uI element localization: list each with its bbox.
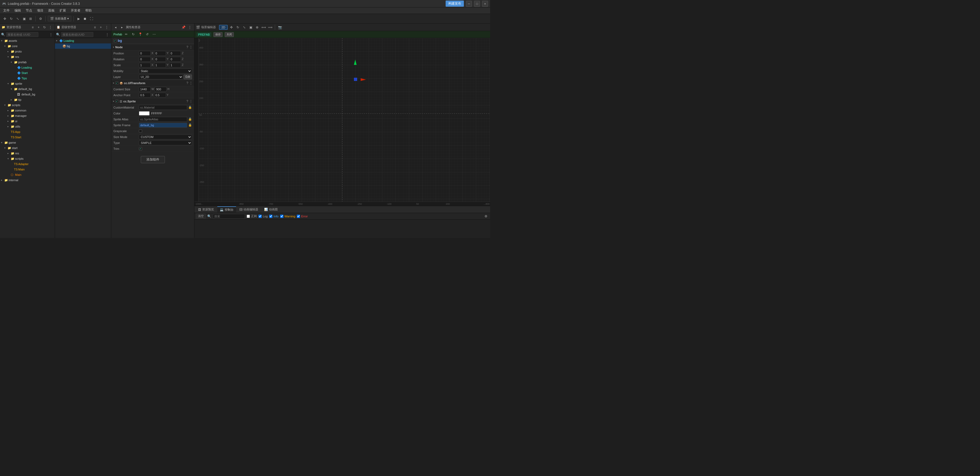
anchor-tool-button[interactable]: ⊕ <box>255 25 260 30</box>
asset-tree-item-prefab[interactable]: ▾ 📁 prefab <box>0 59 55 65</box>
asset-tree-item-res[interactable]: ▾ 📁 res <box>0 54 55 59</box>
asset-search-input[interactable] <box>6 32 38 37</box>
menu-project[interactable]: 项目 <box>35 8 46 13</box>
asset-tree-item-common[interactable]: ▸ 📁 common <box>0 108 55 113</box>
layer-edit-button[interactable]: Edit <box>184 75 192 79</box>
trim-checkbox[interactable] <box>139 147 142 150</box>
rotation-x-input[interactable] <box>139 57 151 62</box>
inspector-menu-button[interactable]: ⋮ <box>187 25 192 30</box>
help-icon[interactable]: ? <box>186 100 188 103</box>
asset-collapse-button[interactable]: ≡ <box>30 25 35 30</box>
asset-tree-item-sprite[interactable]: ▾ 📁 sprite <box>0 81 55 86</box>
hierarchy-collapse-button[interactable]: ≡ <box>92 25 98 30</box>
prefab-more-button[interactable]: ⋯ <box>151 32 157 37</box>
window-maximize-button[interactable]: □ <box>474 1 480 7</box>
rect-tool-button[interactable]: ▣ <box>248 25 253 30</box>
inspector-forward-button[interactable]: ▸ <box>119 25 125 30</box>
prefab-locate-button[interactable]: 📍 <box>138 32 143 37</box>
transform-scale-button[interactable]: ⤡ <box>15 16 21 21</box>
asset-tree-item-main-scene[interactable]: ⬡ Main <box>0 172 55 178</box>
hierarchy-search-input[interactable] <box>61 32 93 37</box>
asset-tree-item-default-bg-sprite[interactable]: 🖼 default_bg <box>0 92 55 97</box>
sprite-atlas-field[interactable]: cc.SpriteAtlas <box>139 117 187 122</box>
asset-tree-item-core[interactable]: ▾ 📁 core <box>0 43 55 49</box>
asset-tree-item-proto[interactable]: ▸ 📁 proto <box>0 49 55 54</box>
prefab-close-button[interactable]: 关闭 <box>225 32 234 37</box>
align-h-button[interactable]: ⟺ <box>261 25 266 30</box>
node-section-header[interactable]: ▾ Node ? ⋮ <box>111 44 194 51</box>
tab-asset-preview[interactable]: 🖼 资源预览 <box>196 207 216 212</box>
move-tool-button[interactable]: ✜ <box>229 25 234 30</box>
log-checkbox[interactable] <box>258 215 262 218</box>
prefab-edit-button[interactable]: ✏ <box>124 32 129 37</box>
sprite-enabled-checkbox[interactable] <box>115 100 119 103</box>
asset-add-button[interactable]: + <box>36 25 41 30</box>
content-size-h-input[interactable] <box>155 87 167 92</box>
asset-tree-item-start-prefab[interactable]: 🔷 Start <box>0 70 55 76</box>
asset-tree-item-assets[interactable]: ▾ 📁 assets <box>0 38 55 43</box>
position-z-input[interactable] <box>169 51 181 56</box>
scene-canvas[interactable]: 450 -1000... -850 -700 -550 -400 -250 -1… <box>194 38 490 206</box>
help-icon[interactable]: ? <box>186 81 188 85</box>
regex-checkbox[interactable] <box>247 215 250 218</box>
clear-console-button[interactable]: 清空 <box>196 214 206 219</box>
prefab-refresh-button[interactable]: ↻ <box>130 32 136 37</box>
asset-tree-item-internal[interactable]: ▸ 📁 internal <box>0 178 55 183</box>
asset-tree-item-ui[interactable]: ▸ 📁 ui <box>0 119 55 124</box>
asset-menu-button[interactable]: ⋮ <box>48 25 53 30</box>
transform-move-button[interactable]: ✜ <box>2 16 8 21</box>
info-checkbox[interactable] <box>269 215 272 218</box>
asset-tree-item-res-sub[interactable]: ▸ 📁 res <box>0 151 55 156</box>
scale-tool-button[interactable]: ⤡ <box>242 25 247 30</box>
window-close-button[interactable]: × <box>482 1 488 7</box>
asset-tree-item-start-ts[interactable]: TS Start <box>0 135 55 140</box>
hierarchy-search-options-button[interactable]: ⋮ <box>105 32 110 37</box>
scale-z-input[interactable] <box>169 63 181 68</box>
scale-y-input[interactable] <box>154 63 166 68</box>
hierarchy-item-loading[interactable]: ▾ 🔷 Loading <box>55 38 111 43</box>
node-enabled-checkbox[interactable] <box>113 39 117 42</box>
rotation-y-input[interactable] <box>154 57 166 62</box>
sprite-section-header[interactable]: ▾ 🖼 cc.Sprite ? ⋮ <box>111 98 194 105</box>
hierarchy-add-button[interactable]: + <box>98 25 103 30</box>
section-menu-icon[interactable]: ⋮ <box>189 100 192 103</box>
menu-file[interactable]: 文件 <box>1 8 12 13</box>
anchor-x-input[interactable] <box>139 93 151 98</box>
scale-x-input[interactable] <box>139 63 151 68</box>
menu-extension[interactable]: 扩展 <box>57 8 68 13</box>
content-size-w-input[interactable] <box>139 87 151 92</box>
prefab-save-button[interactable]: 保存 <box>213 32 223 37</box>
camera-button[interactable]: 📷 <box>277 25 283 30</box>
add-component-button[interactable]: 添加组件 <box>141 156 165 163</box>
2d-mode-button[interactable]: 2D <box>219 25 228 30</box>
asset-search-options-button[interactable]: ⋮ <box>48 32 54 37</box>
asset-refresh-button[interactable]: ↻ <box>42 25 47 30</box>
mobility-select[interactable]: Static Stationary Dynamic <box>139 68 192 73</box>
menu-node[interactable]: 节点 <box>24 8 34 13</box>
type-select[interactable]: SIMPLE SLICED TILED FILLED <box>139 140 192 145</box>
anchor-y-input[interactable] <box>154 93 166 98</box>
asset-tree-item-manager[interactable]: ▸ 📁 manager <box>0 113 55 119</box>
asset-tree-item-tips-prefab[interactable]: 🔷 Tips <box>0 76 55 81</box>
hierarchy-item-bg[interactable]: 📦 bg <box>55 43 111 49</box>
section-menu-icon[interactable]: ⋮ <box>189 45 192 49</box>
help-icon[interactable]: ? <box>186 45 188 49</box>
asset-tree-item-adapter-ts[interactable]: TS Adapter <box>0 161 55 167</box>
stop-button[interactable]: ⏹ <box>82 16 88 21</box>
size-mode-select[interactable]: CUSTOM TRIMMED RAW <box>139 135 192 140</box>
asset-tree-item-tip[interactable]: ▸ 📁 tip <box>0 97 55 102</box>
window-minimize-button[interactable]: ─ <box>466 1 472 7</box>
console-search-input[interactable] <box>213 214 245 219</box>
prefab-revert-button[interactable]: ↺ <box>145 32 150 37</box>
tab-console[interactable]: 💻 控制台 <box>217 206 236 213</box>
asset-tree-item-scripts-sub[interactable]: ▾ 📁 scripts <box>0 156 55 161</box>
asset-tree-item-loading-prefab[interactable]: 🔷 Loading <box>0 65 55 70</box>
asset-tree-item-default-bg-folder[interactable]: ▾ 📁 default_bg <box>0 86 55 92</box>
play-button[interactable]: ▶ <box>76 16 81 21</box>
sprite-frame-field[interactable]: default_bg <box>139 123 187 128</box>
rotation-z-input[interactable] <box>169 57 181 62</box>
console-options-button[interactable]: ⚙ <box>483 214 488 219</box>
menu-help[interactable]: 帮助 <box>83 8 94 13</box>
menu-panel[interactable]: 面板 <box>46 8 57 13</box>
asset-tree-item-start-folder[interactable]: ▾ 📁 start <box>0 145 55 151</box>
